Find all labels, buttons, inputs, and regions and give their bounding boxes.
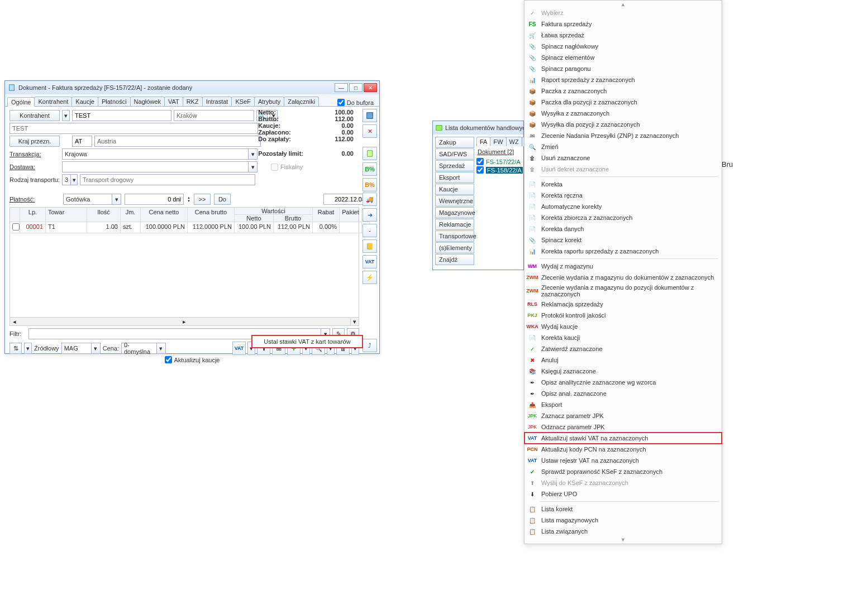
mitem-kor-reczna[interactable]: 📄Korekta ręczna	[524, 190, 722, 201]
tab-zalaczniki[interactable]: Załączniki	[284, 97, 319, 106]
mitem-korekta[interactable]: 📄Korekta	[524, 179, 722, 190]
sort-dd-icon[interactable]: ▾	[24, 343, 32, 354]
minus-icon[interactable]: -	[363, 224, 377, 237]
chevron-down-icon[interactable]: ▾	[91, 343, 100, 353]
tab-naglowek[interactable]: Nagłówek	[130, 97, 165, 106]
chevron-down-icon[interactable]: ▾	[248, 162, 257, 172]
chevron-down-icon[interactable]: ▾	[248, 149, 257, 159]
kraj-code[interactable]	[72, 136, 92, 147]
kraj-button[interactable]: Kraj przezn.	[9, 136, 60, 147]
mitem-spinacz-el[interactable]: 📎Spinacz elementów	[524, 52, 722, 63]
cena-select[interactable]: 0-domyślna ▾	[121, 343, 166, 354]
mitem-spinacz-nag[interactable]: 📎Spinacz nagłówkowy	[524, 41, 722, 52]
tab-rkz[interactable]: RKZ	[183, 97, 203, 106]
percent-icon[interactable]: B%	[363, 162, 377, 176]
mitem-pkj[interactable]: PKJProtokół kontroli jakości	[524, 310, 722, 321]
mitem-lista-korekt[interactable]: 📋Lista korekt	[524, 503, 722, 515]
arrows-button[interactable]: >>	[194, 194, 211, 205]
stab-sprzedaz[interactable]: Sprzedaż	[435, 160, 474, 171]
tab-intrastat[interactable]: Intrastat	[202, 97, 232, 106]
tab-kontrahent[interactable]: Kontrahent	[34, 97, 72, 106]
scroll-right[interactable]: ▸	[180, 318, 189, 325]
col-cena-brutto[interactable]: Cena brutto	[188, 208, 235, 222]
stab-sadfws[interactable]: SAD/FWS	[435, 148, 474, 160]
mitem-akt-pcn[interactable]: PCNAktualizuj kody PCN na zaznaczonych	[524, 444, 722, 455]
col-jm[interactable]: Jm.	[121, 208, 141, 222]
arrow-icon[interactable]: ➜	[363, 208, 377, 222]
mitem-zmien[interactable]: 🔍Zmień	[524, 141, 722, 152]
doc-check[interactable]	[476, 166, 484, 174]
mitem-spinacz-kor[interactable]: 📎Spinacz korekt	[524, 234, 722, 246]
mitem-lista-mag[interactable]: 📋Lista magazynowych	[524, 515, 722, 526]
col-rabat[interactable]: Rabat	[313, 208, 340, 222]
kontrahent-button[interactable]: Kontrahent	[9, 110, 60, 121]
vat-icon[interactable]: VAT	[363, 255, 377, 268]
mitem-latwa[interactable]: 🛒Łatwa sprzedaż	[524, 30, 722, 41]
mitem-zaz-jpk[interactable]: JPKZaznacz parametr JPK	[524, 410, 722, 421]
minimize-button[interactable]: —	[335, 83, 348, 92]
chevron-down-icon[interactable]: ▾	[112, 194, 121, 204]
tab-vat[interactable]: VAT	[164, 97, 183, 106]
mitem-opisz-anal[interactable]: ✒Opisz anal. zaznaczone	[524, 388, 722, 399]
delete-icon[interactable]: ✕	[363, 124, 377, 138]
sort-icon[interactable]: ⇅	[9, 343, 22, 354]
note-icon[interactable]	[363, 147, 377, 160]
mitem-spinacz-par[interactable]: 📎Spinacz paragonu	[524, 63, 722, 74]
zrodlowy-select[interactable]: MAG ▾	[61, 343, 101, 354]
itab-fa[interactable]: FA	[476, 137, 490, 146]
stab-transport[interactable]: Transportowe	[435, 231, 474, 242]
mitem-kor-raportu[interactable]: 📊Korekta raportu sprzedaży z zaznaczonyc…	[524, 246, 722, 257]
mitem-upo[interactable]: ⬇Pobierz UPO	[524, 488, 722, 500]
mitem-paczka[interactable]: 📦Paczka z zaznaczonych	[524, 85, 722, 97]
mitem-kor-danych[interactable]: 📄Korekta danych	[524, 223, 722, 234]
mitem-reklamacja[interactable]: RLSReklamacja sprzedaży	[524, 299, 722, 310]
mitem-odz-jpk[interactable]: JPKOdznacz parametr JPK	[524, 421, 722, 433]
mitem-eksport[interactable]: 📤Eksport	[524, 399, 722, 410]
mitem-ksieguj[interactable]: 📚Księguj zaznaczone	[524, 366, 722, 377]
platnosc-select[interactable]: Gotówka ▾	[63, 194, 121, 205]
stab-zakup[interactable]: Zakup	[435, 137, 474, 148]
kontrahent-dropdown[interactable]: ▾	[62, 110, 70, 121]
mitem-korekta-kaucji[interactable]: 📄Korekta kaucji	[524, 332, 722, 343]
book-icon[interactable]: 📒	[363, 239, 377, 253]
transakcja-select[interactable]: Krajowa ▾	[62, 148, 257, 160]
mitem-paczka-poz[interactable]: 📦Paczka dla pozycji z zaznaczonych	[524, 97, 722, 108]
mitem-faktura[interactable]: FSFaktura sprzedaży	[524, 18, 722, 30]
stab-reklamacje[interactable]: Reklamacje	[435, 219, 474, 230]
menu-scroll-up[interactable]: ▲	[524, 2, 722, 7]
col-w-netto[interactable]: Netto	[235, 215, 274, 222]
scroll-left[interactable]: ◂	[10, 318, 18, 325]
truck-icon[interactable]: 🚚	[363, 193, 377, 206]
mitem-zatwierdz[interactable]: ✓Zatwierdź zaznaczone	[524, 343, 722, 354]
col-lp[interactable]: Lp.	[20, 208, 46, 222]
doc-check[interactable]	[476, 158, 484, 165]
mitem-anuluj[interactable]: ✖Anuluj	[524, 354, 722, 366]
mitem-kor-zb[interactable]: 📄Korekta zbiorcza z zaznaczonych	[524, 212, 722, 223]
mitem-usun-zaz[interactable]: 🗑Usuń zaznaczone	[524, 152, 722, 164]
stab-eksport[interactable]: Eksport	[435, 172, 474, 183]
save-icon[interactable]	[363, 109, 377, 122]
col-cena-netto[interactable]: Cena netto	[141, 208, 188, 222]
col-ilosc[interactable]: Ilość	[87, 208, 121, 222]
stab-kaucje[interactable]: Kaucje	[435, 184, 474, 195]
stab-wewn[interactable]: Wewnętrzne	[435, 195, 474, 207]
flash-icon[interactable]: ⚡	[363, 271, 377, 284]
tab-atrybuty[interactable]: Atrybuty	[254, 97, 284, 106]
hscroll[interactable]: ◂ ▸ ▾	[9, 318, 359, 326]
rodzaj-num[interactable]: 3 ▾	[62, 174, 78, 185]
mitem-znp[interactable]: ✉Zlecenie Nadania Przesyłki (ZNP) z zazn…	[524, 130, 722, 141]
chevron-down-icon[interactable]: ▾	[156, 343, 165, 353]
maximize-button[interactable]: □	[349, 83, 363, 92]
stab-znajdz[interactable]: Znajdź	[435, 254, 474, 265]
col-w-brutto[interactable]: Brutto	[274, 215, 312, 222]
tab-ksef[interactable]: KSeF	[231, 97, 255, 106]
row-checkbox[interactable]	[12, 223, 20, 231]
mitem-aktualizuj-vat[interactable]: VATAktualizuj stawki VAT na zaznaczonych	[524, 433, 722, 444]
dni-field[interactable]	[125, 194, 184, 205]
tab-ogolne[interactable]: Ogólne	[7, 97, 35, 107]
chevron-down-icon[interactable]: ▾	[70, 175, 77, 185]
percent2-icon[interactable]: B%	[363, 178, 377, 191]
dostawa-select[interactable]: ▾	[62, 161, 257, 172]
mitem-lista-zw[interactable]: 📋Lista związanych	[524, 526, 722, 537]
mitem-kor-auto[interactable]: 📄Automatyczne korekty	[524, 201, 722, 212]
